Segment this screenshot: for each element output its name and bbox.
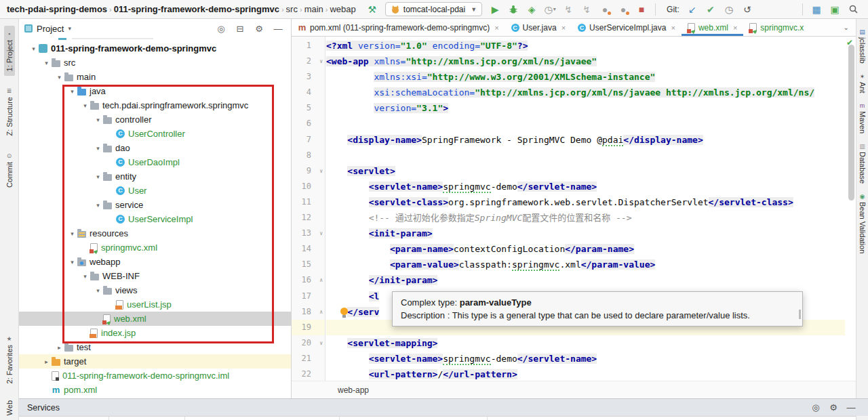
- code-line[interactable]: <servlet-name>springmvc-demo</servlet-na…: [326, 179, 845, 194]
- tree-item-pom-xml[interactable]: pom.xml: [19, 383, 291, 397]
- tooltip-scrollbar[interactable]: [799, 310, 801, 319]
- chevron-down-icon[interactable]: ▾: [93, 202, 103, 209]
- chevron-down-icon[interactable]: ▾: [68, 25, 71, 32]
- code-line[interactable]: <!-- 通过初始化参数指定SpringMVC配置文件的位置和名称 -->: [326, 210, 845, 226]
- chevron-down-icon[interactable]: ⌄: [840, 24, 853, 31]
- chevron-down-icon[interactable]: ▾: [93, 117, 103, 123]
- tree-item-java[interactable]: ▾java: [19, 84, 291, 98]
- chevron-down-icon[interactable]: ▾: [67, 259, 77, 266]
- stripe-tab-ant[interactable]: ✶Ant: [859, 73, 867, 93]
- tree-item-service[interactable]: ▾service: [19, 198, 291, 212]
- chevron-down-icon[interactable]: ▾: [67, 88, 77, 95]
- tree-item-user[interactable]: User: [19, 184, 291, 198]
- chevron-down-icon[interactable]: ▾: [553, 6, 556, 12]
- code-line[interactable]: <init-param>: [326, 226, 845, 241]
- build-hammer-icon[interactable]: ⚒: [364, 2, 380, 17]
- editor-tab-pom-xml-011-spring-framework-demo-springmvc[interactable]: pom.xml (011-spring-framework-demo-sprin…: [292, 19, 505, 36]
- stripe-tab-2-favorites[interactable]: ★2: Favorites: [4, 331, 15, 388]
- tree-item-controller[interactable]: ▾controller: [19, 112, 291, 127]
- close-icon[interactable]: ×: [494, 24, 498, 32]
- locate-icon[interactable]: ◎: [807, 402, 825, 413]
- code-line[interactable]: version="3.1">: [326, 100, 845, 116]
- tree-item-main[interactable]: ▾main: [19, 70, 291, 84]
- chevron-right-icon[interactable]: ▸: [54, 344, 64, 351]
- locate-icon[interactable]: ◎: [214, 24, 229, 34]
- stripe-tab-commit[interactable]: ⊙Commit: [4, 148, 15, 192]
- git-history-icon[interactable]: ◷: [721, 2, 737, 17]
- run-config-selector[interactable]: tomcat-local-pdai▼: [385, 2, 482, 16]
- code-line[interactable]: [326, 148, 845, 163]
- editor-tab-userserviceimpl-java[interactable]: UserServiceImpl.java×: [572, 19, 682, 36]
- chevron-down-icon[interactable]: ▾: [80, 273, 90, 280]
- tree-item-springmvc-xml[interactable]: springmvc.xml: [19, 240, 291, 255]
- stripe-tab-maven[interactable]: mMaven: [859, 102, 867, 133]
- code-line[interactable]: <param-name>contextConfigLocation</param…: [326, 241, 845, 257]
- tree-item-index-jsp[interactable]: index.jsp: [19, 326, 291, 340]
- tree-item-src[interactable]: ▾src: [19, 56, 291, 70]
- stripe-tab-1-project[interactable]: ▪1: Project: [4, 26, 15, 76]
- chevron-down-icon[interactable]: ▾: [67, 230, 77, 237]
- settings-gear-icon[interactable]: ⚙: [825, 402, 842, 413]
- breadcrumb-web-app[interactable]: web-app: [338, 385, 369, 395]
- attach-profiler-icon[interactable]: ●: [597, 2, 613, 17]
- tree-item-target[interactable]: ▸target: [19, 354, 291, 369]
- editor-scrollbar[interactable]: [848, 45, 854, 201]
- breadcrumb-011-spring-framework-demo-springmvc[interactable]: 011-spring-framework-demo-springmvc: [114, 4, 279, 14]
- git-update-icon[interactable]: ↙: [684, 2, 701, 17]
- project-panel-title[interactable]: Project: [37, 24, 64, 34]
- project-structure-icon[interactable]: ▦: [808, 2, 825, 17]
- tree-item-web-xml[interactable]: web.xml: [19, 312, 291, 326]
- breadcrumb-main[interactable]: main: [304, 4, 323, 14]
- run-icon[interactable]: ▶: [487, 2, 503, 17]
- collapse-all-icon[interactable]: ⊟: [233, 24, 248, 34]
- attach-debugger-icon[interactable]: ●: [615, 2, 631, 17]
- code-line[interactable]: <?xml version="1.0" encoding="UTF-8"?>: [326, 38, 845, 54]
- code-line[interactable]: <display-name>SpringFramework - SpringMV…: [326, 132, 845, 148]
- tree-item-userdaoimpl[interactable]: UserDaoImpl: [19, 155, 291, 169]
- chevron-down-icon[interactable]: ▾: [54, 74, 64, 81]
- inspections-ok-icon[interactable]: ✔: [846, 38, 853, 47]
- fold-marker-icon[interactable]: ∧: [319, 272, 323, 288]
- rerun-icon[interactable]: ↯: [560, 2, 576, 17]
- close-icon[interactable]: ×: [561, 24, 566, 32]
- tree-item-tech-pdai-springframework-springmvc[interactable]: ▾tech.pdai.springframework.springmvc: [19, 98, 291, 112]
- run-anything-icon[interactable]: ▣: [827, 2, 843, 17]
- services-title[interactable]: Services: [27, 403, 60, 413]
- chevron-down-icon[interactable]: ▾: [93, 145, 103, 152]
- hide-panel-icon[interactable]: —: [271, 24, 285, 34]
- close-icon[interactable]: ×: [733, 24, 737, 32]
- code-line[interactable]: xsi:schemaLocation="http://xmlns.jcp.org…: [326, 85, 845, 100]
- breadcrumb-tech-pdai-spring-demos[interactable]: tech-pdai-spring-demos: [7, 4, 107, 14]
- tree-item-test[interactable]: ▸test: [19, 340, 291, 354]
- tree-item-dao[interactable]: ▾dao: [19, 141, 291, 155]
- chevron-down-icon[interactable]: ▾: [80, 102, 90, 109]
- chevron-right-icon[interactable]: ▸: [41, 358, 52, 365]
- tree-item-011-spring-framework-demo-springmvc-iml[interactable]: 011-spring-framework-demo-springmvc.iml: [19, 369, 291, 383]
- chevron-down-icon[interactable]: ▾: [41, 60, 52, 66]
- stripe-tab-bean-validation[interactable]: ◉Bean Validation: [859, 193, 867, 253]
- chevron-down-icon[interactable]: ▼: [471, 6, 477, 13]
- tree-item-userlist-jsp[interactable]: userList.jsp: [19, 297, 291, 312]
- code-line[interactable]: <servlet-name>springmvc-demo</servlet-na…: [326, 351, 845, 366]
- fold-marker-icon[interactable]: ∧: [319, 304, 323, 320]
- fold-marker-icon[interactable]: ∨: [319, 163, 323, 179]
- stripe-tab-jclasslib[interactable]: ▤jclasslib: [859, 28, 867, 64]
- git-commit-icon[interactable]: ✔: [703, 2, 719, 17]
- code-line[interactable]: [326, 116, 845, 131]
- hide-panel-icon[interactable]: —: [842, 402, 860, 413]
- profile-icon[interactable]: ◷▾: [542, 2, 558, 17]
- code-line[interactable]: <web-app xmlns="http://xmlns.jcp.org/xml…: [326, 54, 845, 69]
- tree-item-userserviceimpl[interactable]: UserServiceImpl: [19, 212, 291, 226]
- editor-lines[interactable]: <?xml version="1.0" encoding="UTF-8"?><w…: [326, 37, 845, 381]
- editor-tab-springmvc-x[interactable]: springmvc.x: [743, 19, 810, 36]
- code-line[interactable]: <servlet>: [326, 163, 845, 179]
- code-line[interactable]: <param-value>classpath:springmvc.xml</pa…: [326, 257, 845, 272]
- code-line[interactable]: <url-pattern>/</url-pattern>: [326, 366, 845, 381]
- tree-item-011-spring-framework-demo-springmvc[interactable]: ▾011-spring-framework-demo-springmvc: [19, 41, 291, 56]
- tree-item-webapp[interactable]: ▾webapp: [19, 255, 291, 269]
- stripe-tab-database[interactable]: ▥Database: [859, 143, 867, 184]
- git-rollback-icon[interactable]: ↺: [739, 2, 755, 17]
- fold-marker-icon[interactable]: ∨: [319, 54, 323, 69]
- intention-lightbulb-icon[interactable]: [340, 308, 348, 315]
- close-icon[interactable]: ×: [671, 24, 675, 32]
